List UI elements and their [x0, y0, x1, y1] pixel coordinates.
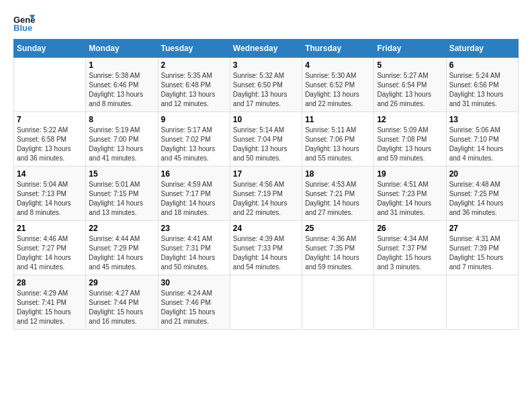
- calendar-cell: 5 Sunrise: 5:27 AM Sunset: 6:54 PM Dayli…: [374, 58, 446, 112]
- day-info: Sunrise: 4:51 AM Sunset: 7:23 PM Dayligh…: [377, 180, 443, 218]
- day-info: Sunrise: 4:48 AM Sunset: 7:25 PM Dayligh…: [449, 180, 515, 218]
- day-info: Sunrise: 4:59 AM Sunset: 7:17 PM Dayligh…: [161, 180, 227, 218]
- day-info: Sunrise: 4:24 AM Sunset: 7:46 PM Dayligh…: [161, 289, 227, 326]
- calendar-cell: [14, 58, 86, 112]
- day-number: 16: [161, 169, 227, 179]
- day-info: Sunrise: 5:30 AM Sunset: 6:52 PM Dayligh…: [305, 71, 371, 109]
- day-number: 11: [305, 115, 371, 124]
- calendar-cell: 23 Sunrise: 4:41 AM Sunset: 7:31 PM Dayl…: [158, 221, 230, 275]
- day-number: 3: [233, 60, 299, 70]
- day-number: 1: [89, 60, 154, 70]
- calendar-cell: 16 Sunrise: 4:59 AM Sunset: 7:17 PM Dayl…: [158, 167, 230, 221]
- day-info: Sunrise: 4:34 AM Sunset: 7:37 PM Dayligh…: [377, 234, 443, 272]
- calendar-cell: [446, 275, 518, 330]
- day-number: 13: [449, 115, 515, 124]
- svg-text:Blue: Blue: [13, 23, 32, 32]
- day-number: 6: [449, 60, 515, 70]
- day-number: 17: [233, 169, 299, 179]
- calendar-cell: 24 Sunrise: 4:39 AM Sunset: 7:33 PM Dayl…: [230, 221, 302, 275]
- week-row-2: 7 Sunrise: 5:22 AM Sunset: 6:58 PM Dayli…: [14, 112, 519, 167]
- calendar-cell: 21 Sunrise: 4:46 AM Sunset: 7:27 PM Dayl…: [14, 221, 86, 275]
- weekday-header-thursday: Thursday: [302, 40, 374, 58]
- page-header: General Blue: [13, 13, 519, 32]
- day-info: Sunrise: 5:06 AM Sunset: 7:10 PM Dayligh…: [449, 126, 515, 163]
- day-number: 19: [377, 169, 443, 179]
- calendar-cell: 6 Sunrise: 5:24 AM Sunset: 6:56 PM Dayli…: [446, 58, 518, 112]
- day-number: 9: [161, 115, 227, 124]
- day-info: Sunrise: 4:56 AM Sunset: 7:19 PM Dayligh…: [233, 180, 299, 218]
- day-number: 10: [233, 115, 299, 124]
- day-number: 23: [161, 224, 227, 233]
- day-number: 26: [377, 224, 443, 233]
- calendar-cell: 11 Sunrise: 5:11 AM Sunset: 7:06 PM Dayl…: [302, 112, 374, 167]
- day-info: Sunrise: 4:39 AM Sunset: 7:33 PM Dayligh…: [233, 234, 299, 272]
- day-number: 20: [449, 169, 515, 179]
- calendar-cell: 30 Sunrise: 4:24 AM Sunset: 7:46 PM Dayl…: [158, 275, 230, 330]
- weekday-header-friday: Friday: [374, 40, 446, 58]
- day-number: 25: [305, 224, 371, 233]
- logo: General Blue: [13, 13, 35, 32]
- day-info: Sunrise: 4:31 AM Sunset: 7:39 PM Dayligh…: [449, 234, 515, 272]
- day-info: Sunrise: 5:17 AM Sunset: 7:02 PM Dayligh…: [161, 126, 227, 163]
- logo-icon: General Blue: [13, 13, 35, 32]
- calendar-table: SundayMondayTuesdayWednesdayThursdayFrid…: [13, 39, 519, 330]
- day-info: Sunrise: 4:36 AM Sunset: 7:35 PM Dayligh…: [305, 234, 371, 272]
- day-number: 30: [161, 278, 227, 287]
- day-number: 18: [305, 169, 371, 179]
- weekday-header-sunday: Sunday: [14, 40, 86, 58]
- day-info: Sunrise: 4:27 AM Sunset: 7:44 PM Dayligh…: [89, 289, 154, 326]
- day-number: 22: [89, 224, 154, 233]
- day-number: 4: [305, 60, 371, 70]
- day-number: 28: [17, 278, 83, 287]
- week-row-3: 14 Sunrise: 5:04 AM Sunset: 7:13 PM Dayl…: [14, 167, 519, 221]
- week-row-5: 28 Sunrise: 4:29 AM Sunset: 7:41 PM Dayl…: [14, 275, 519, 330]
- day-info: Sunrise: 5:38 AM Sunset: 6:46 PM Dayligh…: [89, 71, 154, 109]
- calendar-cell: 26 Sunrise: 4:34 AM Sunset: 7:37 PM Dayl…: [374, 221, 446, 275]
- calendar-cell: 10 Sunrise: 5:14 AM Sunset: 7:04 PM Dayl…: [230, 112, 302, 167]
- calendar-cell: 18 Sunrise: 4:53 AM Sunset: 7:21 PM Dayl…: [302, 167, 374, 221]
- day-number: 21: [17, 224, 83, 233]
- calendar-cell: 14 Sunrise: 5:04 AM Sunset: 7:13 PM Dayl…: [14, 167, 86, 221]
- calendar-cell: 19 Sunrise: 4:51 AM Sunset: 7:23 PM Dayl…: [374, 167, 446, 221]
- calendar-cell: 20 Sunrise: 4:48 AM Sunset: 7:25 PM Dayl…: [446, 167, 518, 221]
- day-number: 8: [89, 115, 154, 124]
- day-info: Sunrise: 4:29 AM Sunset: 7:41 PM Dayligh…: [17, 289, 83, 326]
- day-number: 12: [377, 115, 443, 124]
- day-info: Sunrise: 5:32 AM Sunset: 6:50 PM Dayligh…: [233, 71, 299, 109]
- day-number: 5: [377, 60, 443, 70]
- day-number: 24: [233, 224, 299, 233]
- day-info: Sunrise: 4:41 AM Sunset: 7:31 PM Dayligh…: [161, 234, 227, 272]
- calendar-cell: 3 Sunrise: 5:32 AM Sunset: 6:50 PM Dayli…: [230, 58, 302, 112]
- day-info: Sunrise: 5:24 AM Sunset: 6:56 PM Dayligh…: [449, 71, 515, 109]
- day-info: Sunrise: 5:19 AM Sunset: 7:00 PM Dayligh…: [89, 126, 154, 163]
- day-number: 27: [449, 224, 515, 233]
- weekday-header-tuesday: Tuesday: [158, 40, 230, 58]
- calendar-cell: 17 Sunrise: 4:56 AM Sunset: 7:19 PM Dayl…: [230, 167, 302, 221]
- calendar-cell: 28 Sunrise: 4:29 AM Sunset: 7:41 PM Dayl…: [14, 275, 86, 330]
- calendar-cell: 1 Sunrise: 5:38 AM Sunset: 6:46 PM Dayli…: [86, 58, 158, 112]
- calendar-cell: [302, 275, 374, 330]
- weekday-header-monday: Monday: [86, 40, 158, 58]
- day-number: 14: [17, 169, 83, 179]
- week-row-1: 1 Sunrise: 5:38 AM Sunset: 6:46 PM Dayli…: [14, 58, 519, 112]
- day-info: Sunrise: 5:09 AM Sunset: 7:08 PM Dayligh…: [377, 126, 443, 163]
- calendar-cell: [230, 275, 302, 330]
- week-row-4: 21 Sunrise: 4:46 AM Sunset: 7:27 PM Dayl…: [14, 221, 519, 275]
- calendar-cell: 27 Sunrise: 4:31 AM Sunset: 7:39 PM Dayl…: [446, 221, 518, 275]
- day-number: 15: [89, 169, 154, 179]
- calendar-cell: 12 Sunrise: 5:09 AM Sunset: 7:08 PM Dayl…: [374, 112, 446, 167]
- day-info: Sunrise: 4:46 AM Sunset: 7:27 PM Dayligh…: [17, 234, 83, 272]
- day-info: Sunrise: 5:22 AM Sunset: 6:58 PM Dayligh…: [17, 126, 83, 163]
- calendar-cell: 2 Sunrise: 5:35 AM Sunset: 6:48 PM Dayli…: [158, 58, 230, 112]
- calendar-cell: 4 Sunrise: 5:30 AM Sunset: 6:52 PM Dayli…: [302, 58, 374, 112]
- day-number: 7: [17, 115, 83, 124]
- day-info: Sunrise: 4:44 AM Sunset: 7:29 PM Dayligh…: [89, 234, 154, 272]
- day-info: Sunrise: 5:14 AM Sunset: 7:04 PM Dayligh…: [233, 126, 299, 163]
- weekday-header-saturday: Saturday: [446, 40, 518, 58]
- calendar-cell: 29 Sunrise: 4:27 AM Sunset: 7:44 PM Dayl…: [86, 275, 158, 330]
- calendar-cell: [374, 275, 446, 330]
- day-info: Sunrise: 5:27 AM Sunset: 6:54 PM Dayligh…: [377, 71, 443, 109]
- calendar-cell: 25 Sunrise: 4:36 AM Sunset: 7:35 PM Dayl…: [302, 221, 374, 275]
- weekday-header-row: SundayMondayTuesdayWednesdayThursdayFrid…: [14, 40, 519, 58]
- weekday-header-wednesday: Wednesday: [230, 40, 302, 58]
